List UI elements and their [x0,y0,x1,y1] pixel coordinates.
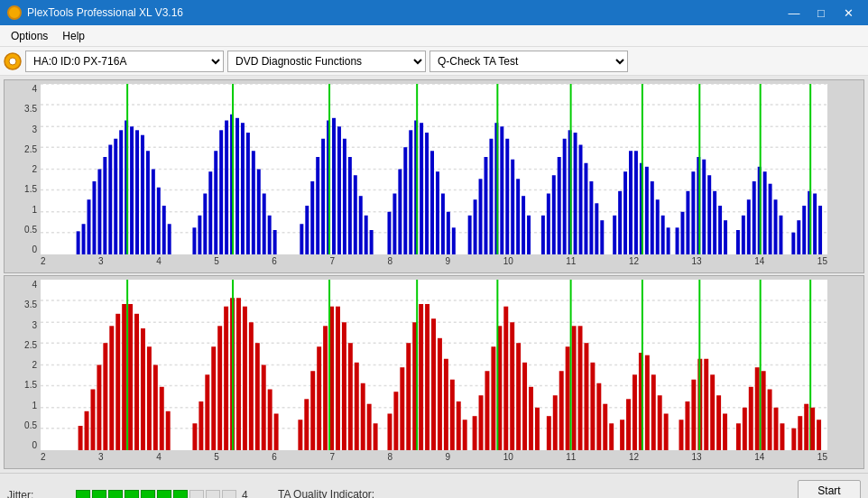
svg-rect-248 [710,374,715,450]
svg-rect-150 [78,426,83,450]
svg-rect-128 [753,181,756,254]
svg-rect-163 [153,365,158,451]
menu-options[interactable]: Options [4,25,55,47]
svg-rect-161 [141,328,145,450]
svg-rect-63 [392,194,396,255]
svg-rect-98 [584,163,587,254]
top-chart-y-axis: 4 3.5 3 2.5 2 1.5 1 0.5 0 [6,84,37,254]
svg-rect-160 [134,314,139,450]
svg-rect-132 [769,184,772,254]
svg-rect-260 [791,429,796,450]
svg-rect-126 [742,216,745,254]
svg-rect-136 [797,220,800,254]
svg-rect-178 [262,365,266,451]
top-chart-x-axis: 2 3 4 5 6 7 8 9 10 11 12 13 14 15 [41,256,827,271]
svg-rect-55 [337,126,341,254]
main-area: 4 3.5 3 2.5 2 1.5 1 0.5 0 [0,76,868,473]
jitter-row: Jitter: 4 [7,489,260,499]
svg-rect-30 [192,227,196,254]
svg-rect-169 [211,346,216,450]
svg-rect-78 [479,179,483,254]
top-chart-svg [41,84,827,254]
svg-rect-171 [224,307,228,450]
svg-rect-198 [406,343,411,450]
app-icon [7,5,22,20]
svg-rect-31 [198,216,201,254]
svg-rect-13 [88,199,91,254]
top-chart-container: 4 3.5 3 2.5 2 1.5 1 0.5 0 [4,79,864,273]
svg-rect-235 [633,374,637,450]
svg-rect-44 [263,194,266,255]
svg-rect-244 [691,380,696,450]
jitter-seg-1 [76,490,90,499]
metrics-area: Jitter: 4 Peak Shift: [7,489,260,499]
svg-rect-90 [547,194,550,255]
svg-rect-125 [736,230,740,254]
svg-rect-40 [241,123,245,254]
svg-rect-265 [817,420,821,450]
svg-rect-167 [199,401,203,450]
svg-rect-225 [572,326,577,450]
device-icon [4,52,22,70]
svg-rect-222 [553,395,558,450]
svg-rect-249 [716,395,721,450]
device-select[interactable]: HA:0 ID:0 PX-716A [25,51,224,72]
svg-rect-197 [400,367,404,450]
svg-rect-29 [168,224,171,254]
svg-rect-57 [348,157,352,254]
svg-rect-35 [219,130,223,254]
svg-rect-155 [109,326,114,450]
start-button[interactable]: Start [798,480,861,499]
svg-rect-17 [108,145,112,255]
jitter-seg-5 [141,490,155,499]
svg-rect-19 [119,130,123,254]
svg-rect-254 [755,367,760,450]
bottom-chart-container: 4 3.5 3 2.5 2 1.5 1 0.5 0 [4,275,864,469]
svg-rect-116 [686,191,689,254]
svg-rect-190 [348,343,353,450]
svg-rect-49 [310,181,314,254]
svg-rect-83 [500,126,503,254]
function-select[interactable]: DVD Diagnostic Functions [227,51,426,72]
jitter-seg-2 [92,490,106,499]
svg-rect-234 [626,399,631,450]
svg-rect-122 [713,191,716,254]
svg-rect-93 [563,139,567,254]
menu-help[interactable]: Help [55,25,92,47]
svg-rect-241 [664,414,669,451]
svg-rect-162 [147,346,152,450]
svg-rect-91 [552,175,556,254]
svg-rect-39 [235,118,239,254]
svg-rect-54 [332,118,336,254]
jitter-seg-8 [189,490,204,499]
svg-rect-141 [818,206,822,254]
maximize-button[interactable]: □ [808,0,834,25]
svg-rect-164 [160,387,164,450]
svg-rect-69 [420,123,423,254]
close-button[interactable]: ✕ [836,0,861,25]
svg-rect-165 [166,411,171,450]
svg-rect-45 [268,216,272,254]
svg-rect-80 [489,139,493,254]
svg-rect-223 [559,371,564,450]
svg-rect-219 [529,387,533,450]
svg-rect-258 [774,408,779,450]
svg-rect-221 [547,416,551,450]
svg-rect-194 [374,423,378,450]
svg-rect-217 [516,343,521,450]
svg-rect-15 [97,170,101,255]
svg-rect-12 [82,224,86,254]
svg-rect-218 [522,363,527,450]
svg-rect-156 [115,314,120,450]
svg-rect-59 [359,196,363,254]
svg-rect-84 [505,139,509,254]
jitter-value: 4 [242,489,260,499]
jitter-seg-4 [125,490,139,499]
svg-rect-102 [613,216,616,254]
minimize-button[interactable]: — [781,0,807,25]
svg-rect-22 [130,126,134,254]
svg-rect-27 [157,188,161,254]
title-bar-controls[interactable]: — □ ✕ [781,0,861,25]
test-select[interactable]: Q-Check TA Test [429,51,628,72]
bottom-panel: Jitter: 4 Peak Shift: [0,473,868,498]
